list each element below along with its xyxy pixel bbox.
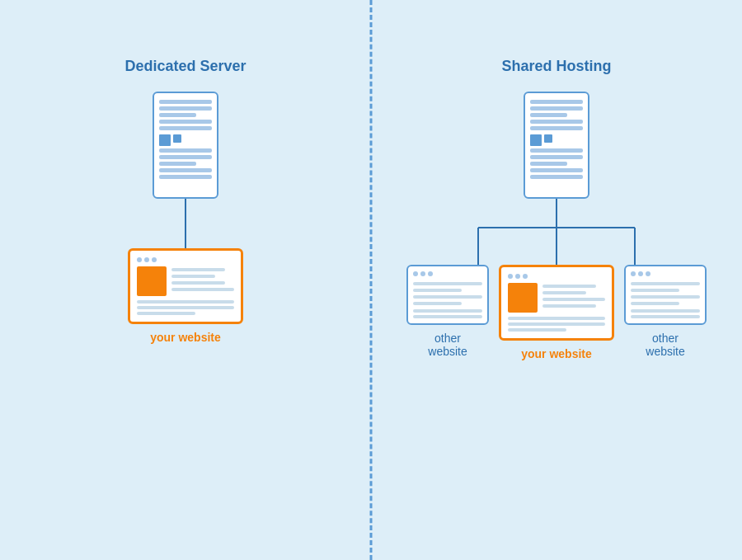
branch-lines-svg <box>441 199 672 265</box>
cl-r4 <box>631 302 679 305</box>
dot-r1 <box>631 271 636 276</box>
other-website-right-card <box>624 265 707 325</box>
other-website-left-label: otherwebsite <box>428 332 467 358</box>
dot-c2 <box>515 274 520 279</box>
bl-l1 <box>413 309 482 313</box>
bottom-line-3 <box>137 312 195 315</box>
s-square-2 <box>544 134 552 143</box>
card-bottom-r <box>631 309 700 318</box>
s-line-7 <box>530 155 583 159</box>
s-line-10 <box>530 175 583 179</box>
s-line-5 <box>530 126 583 130</box>
server-line-2 <box>159 106 212 111</box>
server-line-7 <box>159 155 212 159</box>
card-line-1 <box>171 268 225 271</box>
right-panel: Shared Hosting <box>371 0 742 560</box>
dedicated-server-tower <box>153 92 218 199</box>
card-body-c <box>508 283 605 313</box>
cl-r3 <box>631 295 700 299</box>
card-line-3 <box>171 281 225 285</box>
bc-2 <box>508 322 605 326</box>
bottom-line-2 <box>137 306 234 309</box>
cl-r2 <box>631 289 679 292</box>
dot-c1 <box>508 274 513 279</box>
card-image-c <box>508 283 538 313</box>
your-website-card <box>499 265 614 341</box>
cl-l4 <box>413 302 462 305</box>
shared-websites-row: otherwebsite <box>406 265 707 360</box>
server-line-3 <box>159 113 196 117</box>
other-website-right-label: otherwebsite <box>646 332 684 358</box>
s-line-2 <box>530 106 583 111</box>
card-body-l <box>413 280 482 305</box>
dedicated-website-label: your website <box>150 331 221 344</box>
s-server-squares <box>530 134 583 146</box>
s-line-9 <box>530 168 583 172</box>
server-line-10 <box>159 175 212 179</box>
bc-3 <box>508 328 566 332</box>
card-image <box>137 266 167 296</box>
dot-l1 <box>413 271 418 276</box>
cl-l1 <box>413 282 482 285</box>
dot-1 <box>137 257 142 262</box>
card-line-4 <box>171 288 234 291</box>
card-dots-c <box>508 274 605 279</box>
bl-l2 <box>413 315 482 318</box>
dot-r2 <box>638 271 643 276</box>
s-line-6 <box>530 148 583 153</box>
dot-c3 <box>523 274 528 279</box>
your-website-label: your website <box>521 347 592 360</box>
server-square-2 <box>173 134 181 143</box>
bc-1 <box>508 317 605 320</box>
other-website-right-col: otherwebsite <box>624 265 707 358</box>
card-lines-r <box>631 280 700 305</box>
cl-l2 <box>413 289 462 292</box>
cl-l3 <box>413 295 482 299</box>
dedicated-server-title: Dedicated Server <box>124 58 246 75</box>
dot-3 <box>152 257 157 262</box>
cl-r1 <box>631 282 700 285</box>
card-lines-l <box>413 280 482 305</box>
card-dots <box>137 257 234 262</box>
card-line-2 <box>171 275 215 278</box>
server-line-5 <box>159 126 212 130</box>
server-line-1 <box>159 100 212 104</box>
card-bottom-l <box>413 309 482 318</box>
s-square-1 <box>530 134 542 146</box>
server-line-4 <box>159 120 212 124</box>
s-line-3 <box>530 113 567 117</box>
server-line-8 <box>159 162 196 166</box>
server-line-9 <box>159 168 212 172</box>
dot-l3 <box>428 271 433 276</box>
other-website-left-col: otherwebsite <box>406 265 489 358</box>
card-body-r <box>631 280 700 305</box>
br-2 <box>631 315 700 318</box>
dedicated-server-content: your website <box>128 92 243 344</box>
card-lines-c <box>542 283 605 313</box>
cl-c1 <box>542 285 596 288</box>
card-dots-r <box>631 271 700 276</box>
card-dots-l <box>413 271 482 276</box>
dot-l2 <box>420 271 425 276</box>
card-bottom-c <box>508 317 605 332</box>
bottom-line-1 <box>137 300 234 304</box>
left-connector-line <box>185 199 186 248</box>
br-1 <box>631 309 700 313</box>
server-squares <box>159 134 212 146</box>
s-line-1 <box>530 100 583 104</box>
dedicated-website-card <box>128 248 243 324</box>
card-bottom-lines <box>137 300 234 315</box>
server-square-1 <box>159 134 171 146</box>
dot-2 <box>144 257 149 262</box>
shared-hosting-title: Shared Hosting <box>501 58 611 75</box>
cl-c2 <box>542 291 586 294</box>
diagram-container: Dedicated Server <box>0 0 742 560</box>
cl-c3 <box>542 298 605 301</box>
your-website-col: your website <box>499 265 614 360</box>
dot-r3 <box>646 271 650 276</box>
s-line-4 <box>530 120 583 124</box>
s-line-8 <box>530 162 567 166</box>
shared-server-tower <box>524 92 589 199</box>
cl-c4 <box>542 304 596 308</box>
other-website-left-card <box>406 265 489 325</box>
